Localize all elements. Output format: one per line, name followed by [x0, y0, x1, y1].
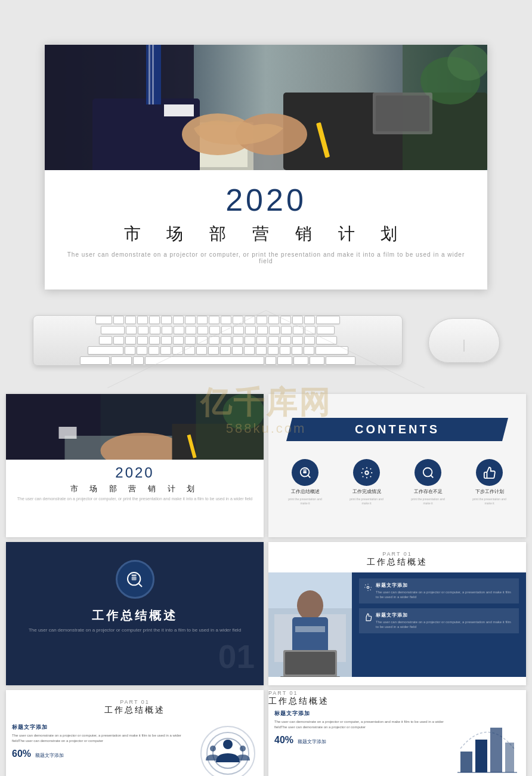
info-card-1: 标题文字添加 The user can demonstrate on a pro… — [359, 578, 519, 603]
svg-rect-48 — [280, 676, 340, 677]
svg-rect-56 — [460, 752, 472, 772]
thumb5-text-body: The user can demonstrate on a projector … — [12, 733, 192, 744]
contents-icon-4 — [476, 459, 503, 486]
thumb5-text-label: 标题文字添加 — [12, 723, 192, 731]
svg-rect-27 — [59, 427, 77, 439]
keyboard-image — [33, 315, 403, 366]
thumb4-person-photo — [268, 572, 352, 677]
svg-line-30 — [308, 475, 310, 478]
info-card-2: 标题文字添加 The user can demonstrate on a pro… — [359, 608, 519, 633]
svg-point-26 — [223, 394, 264, 430]
thumb1-subtitle: The user can demonstrate on a projector … — [15, 497, 255, 501]
thumbnails-grid: 2020 市 场 部 营 销 计 划 The user can demonstr… — [6, 394, 526, 776]
contents-sublabel-1: print the presentation and make it — [284, 497, 326, 505]
thumb5-title-cn: 工作总结概述 — [6, 705, 264, 716]
contents-sublabel-3: print the presentation and make it — [407, 497, 449, 505]
contents-item-2: 工作完成情况 print the presentation and make i… — [346, 459, 388, 505]
contents-sublabel-2: print the presentation and make it — [346, 497, 388, 505]
contents-header-box: CONTENTS — [286, 418, 508, 441]
thumbnail-5[interactable]: PART 01 工作总结概述 标题文字添加 The user can demon… — [6, 690, 264, 776]
thumb3-main-icon — [116, 560, 154, 599]
thumb4-content: 标题文字添加 The user can demonstrate on a pro… — [268, 572, 526, 677]
svg-point-34 — [423, 467, 432, 476]
card2-label: 标题文字添加 — [376, 612, 514, 618]
thumb3-part-bg-label: 01 — [218, 640, 255, 673]
contents-label-3: 工作存在不足 — [414, 488, 443, 495]
thumb1-year: 2020 — [15, 464, 255, 481]
contents-label-4: 下步工作计划 — [475, 488, 504, 495]
svg-point-33 — [365, 471, 369, 475]
thumb5-percent-label: 额题文字添加 — [35, 753, 64, 758]
svg-point-53 — [223, 740, 233, 749]
thumb6-text-label: 标题文字添加 — [274, 710, 449, 718]
thumb6-title-cn: 工作总结概述 — [268, 696, 526, 707]
thumb5-graphic — [198, 723, 258, 776]
thumb5-part-num: PART 01 — [6, 699, 264, 705]
thumb6-header: PART 01 工作总结概述 — [268, 690, 526, 707]
svg-point-55 — [240, 746, 246, 752]
contents-icon-2 — [353, 459, 380, 486]
svg-rect-47 — [285, 652, 335, 675]
contents-item-3: 工作存在不足 print the presentation and make i… — [407, 459, 449, 505]
thumb6-text-body: The user can demonstrate on a projector … — [274, 719, 449, 730]
thumbnail-3[interactable]: 工作总结概述 The user can demonstrate on a pro… — [6, 542, 264, 685]
keyboard-section — [33, 310, 500, 370]
svg-rect-57 — [475, 740, 487, 772]
main-subtitle-en: The user can demonstrate on a projector … — [63, 251, 469, 264]
thumb5-percent: 60% — [12, 749, 31, 759]
svg-rect-6 — [164, 104, 194, 116]
svg-point-43 — [297, 590, 323, 620]
thumb3-subtitle: The user can demonstrate on a projector … — [6, 627, 264, 634]
thumb3-title-cn: 工作总结概述 — [6, 608, 264, 624]
thumb4-header: PART 01 工作总结概述 — [268, 542, 526, 572]
svg-line-37 — [138, 583, 142, 587]
thumb6-part-num: PART 01 — [268, 690, 526, 696]
thumb6-graphic — [454, 710, 520, 776]
thumb1-title: 市 场 部 营 销 计 划 — [15, 484, 255, 494]
year-display: 2020 — [63, 182, 469, 218]
svg-rect-45 — [295, 626, 325, 632]
card2-body: The user can demonstrate on a projector … — [376, 620, 514, 630]
contents-title: CONTENTS — [298, 423, 496, 436]
svg-rect-11 — [152, 45, 154, 104]
card1-label: 标题文字添加 — [376, 582, 514, 589]
contents-item-1: 工作总结概述 print the presentation and make i… — [284, 459, 326, 505]
svg-point-49 — [367, 586, 369, 589]
card1-text: 标题文字添加 The user can demonstrate on a pro… — [376, 582, 514, 600]
svg-point-15 — [447, 45, 487, 81]
thumbnail-6[interactable]: PART 01 工作总结概述 标题文字添加 The user can demon… — [268, 690, 526, 776]
thumb1-text: 2020 市 场 部 营 销 计 划 The user can demonstr… — [6, 460, 264, 506]
hero-photo — [45, 45, 487, 170]
thumbnail-2[interactable]: CONTENTS 工作总结概述 print the presentation a… — [268, 394, 526, 537]
svg-point-54 — [210, 746, 216, 752]
svg-rect-10 — [149, 45, 150, 104]
main-slide: 2020 市 场 部 营 销 计 划 The user can demonstr… — [45, 45, 487, 290]
mouse-image — [428, 318, 500, 363]
contents-icon-1 — [292, 459, 318, 486]
thumb3-title-area: 工作总结概述 The user can demonstrate on a pro… — [6, 608, 264, 634]
thumb4-part-num: PART 01 — [268, 551, 526, 557]
card2-text: 标题文字添加 The user can demonstrate on a pro… — [376, 612, 514, 630]
thumb5-header: PART 01 工作总结概述 — [6, 690, 264, 720]
contents-icons-row: 工作总结概述 print the presentation and make i… — [268, 453, 526, 508]
thumb4-info-cards: 标题文字添加 The user can demonstrate on a pro… — [352, 572, 526, 677]
thumb1-photo — [6, 394, 264, 460]
thumb3-icon-area — [6, 542, 264, 599]
card2-icon — [364, 613, 372, 623]
main-text-area: 2020 市 场 部 营 销 计 划 The user can demonstr… — [45, 170, 487, 276]
card1-icon — [364, 583, 372, 593]
main-title-cn: 市 场 部 营 销 计 划 — [63, 223, 469, 245]
svg-rect-17 — [376, 96, 429, 131]
svg-line-35 — [431, 475, 433, 478]
contents-icon-3 — [415, 459, 441, 486]
thumbnail-4[interactable]: PART 01 工作总结概述 — [268, 542, 526, 685]
thumb6-percent: 40% — [274, 735, 293, 745]
contents-label-1: 工作总结概述 — [291, 488, 320, 495]
svg-rect-31 — [303, 471, 306, 473]
thumbnail-1[interactable]: 2020 市 场 部 营 销 计 划 The user can demonstr… — [6, 394, 264, 537]
contents-label-2: 工作完成情况 — [352, 488, 381, 495]
thumb6-percent-label: 额题文字添加 — [298, 739, 326, 744]
card1-body: The user can demonstrate on a projector … — [376, 590, 514, 600]
contents-item-4: 下步工作计划 print the presentation and make i… — [469, 459, 511, 505]
svg-rect-38 — [132, 576, 137, 580]
